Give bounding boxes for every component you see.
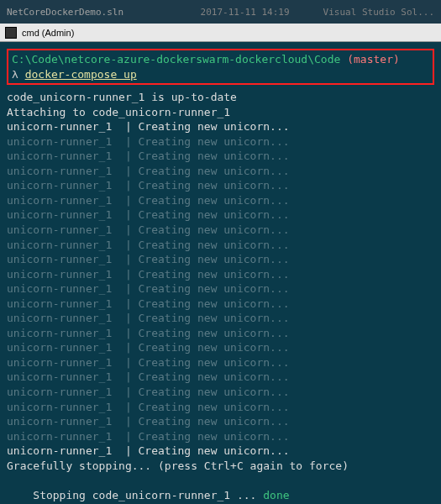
log-line: unicorn-runner_1 | Creating new unicorn.…: [7, 340, 434, 355]
prompt-path: C:\Code\netcore-azure-dockerswarm-docker…: [12, 53, 340, 66]
log-line: unicorn-runner_1 | Creating new unicorn.…: [7, 164, 434, 179]
done-text: done: [263, 489, 289, 501]
file-date: 2017-11-11 14:19: [201, 7, 290, 18]
output-stopping: Stopping code_unicorn-runner_1 ... done: [7, 473, 434, 504]
log-line: unicorn-runner_1 | Creating new unicorn.…: [7, 370, 434, 385]
file-name: NetCoreDockerDemo.sln: [7, 7, 201, 18]
file-type: Visual Studio Sol...: [323, 7, 434, 18]
log-line: unicorn-runner_1 | Creating new unicorn.…: [7, 444, 434, 459]
log-line: unicorn-runner_1 | Creating new unicorn.…: [7, 355, 434, 370]
file-explorer-row: NetCoreDockerDemo.sln 2017-11-11 14:19 V…: [0, 0, 441, 24]
log-line: unicorn-runner_1 | Creating new unicorn.…: [7, 326, 434, 341]
log-line: unicorn-runner_1 | Creating new unicorn.…: [7, 252, 434, 267]
highlight-box: C:\Code\netcore-azure-dockerswarm-docker…: [7, 49, 434, 85]
command-line-1: λ docker-compose up: [12, 67, 429, 82]
log-line: unicorn-runner_1 | Creating new unicorn.…: [7, 281, 434, 297]
log-line: unicorn-runner_1 | Creating new unicorn.…: [7, 134, 434, 150]
log-lines-container: unicorn-runner_1 | Creating new unicorn.…: [7, 119, 434, 459]
prompt-branch: (master): [347, 53, 400, 66]
cmd-icon: [5, 27, 17, 39]
window-title-bar[interactable]: cmd (Admin): [0, 24, 441, 42]
stopping-prefix: Stopping code_unicorn-runner_1 ...: [33, 489, 263, 501]
log-line: unicorn-runner_1 | Creating new unicorn.…: [7, 223, 434, 238]
log-line: unicorn-runner_1 | Creating new unicorn.…: [7, 149, 434, 164]
log-line: unicorn-runner_1 | Creating new unicorn.…: [7, 385, 434, 400]
terminal-body[interactable]: C:\Code\netcore-azure-dockerswarm-docker…: [0, 42, 441, 504]
window-title: cmd (Admin): [22, 28, 74, 38]
log-line: unicorn-runner_1 | Creating new unicorn.…: [7, 429, 434, 444]
prompt-symbol: λ: [12, 68, 18, 81]
prompt-line-1: C:\Code\netcore-azure-dockerswarm-docker…: [12, 52, 429, 67]
log-line: unicorn-runner_1 | Creating new unicorn.…: [7, 119, 434, 134]
log-line: unicorn-runner_1 | Creating new unicorn.…: [7, 178, 434, 193]
log-line: unicorn-runner_1 | Creating new unicorn.…: [7, 207, 434, 223]
output-graceful: Gracefully stopping... (press Ctrl+C aga…: [7, 459, 434, 474]
log-line: unicorn-runner_1 | Creating new unicorn.…: [7, 311, 434, 326]
log-line: unicorn-runner_1 | Creating new unicorn.…: [7, 400, 434, 415]
command-text: docker-compose up: [25, 68, 137, 81]
log-line: unicorn-runner_1 | Creating new unicorn.…: [7, 297, 434, 312]
log-line: unicorn-runner_1 | Creating new unicorn.…: [7, 267, 434, 282]
log-line: unicorn-runner_1 | Creating new unicorn.…: [7, 414, 434, 429]
log-line: unicorn-runner_1 | Creating new unicorn.…: [7, 238, 434, 253]
output-attaching: Attaching to code_unicorn-runner_1: [7, 105, 434, 120]
log-line: unicorn-runner_1 | Creating new unicorn.…: [7, 193, 434, 208]
output-uptodate: code_unicorn-runner_1 is up-to-date: [7, 90, 434, 105]
